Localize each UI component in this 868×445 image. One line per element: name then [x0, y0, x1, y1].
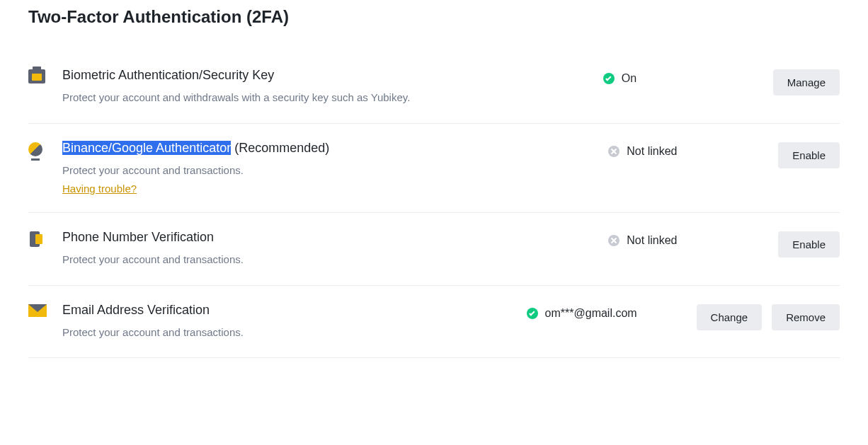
status-off-icon: [608, 146, 619, 157]
row-title-highlight: Binance/Google Authenticator: [62, 141, 231, 155]
row-phone: Phone Number Verification Protect your a…: [28, 213, 840, 286]
row-biometric: Biometric Authentication/Security Key Pr…: [28, 51, 840, 124]
row-title: Biometric Authentication/Security Key: [62, 68, 603, 83]
row-desc: Protect your account and transactions.: [62, 325, 527, 341]
row-status: Not linked: [608, 230, 764, 247]
status-text: Not linked: [627, 145, 677, 158]
row-main: Email Address Verification Protect your …: [62, 303, 527, 341]
status-text: On: [622, 72, 636, 85]
row-main: Biometric Authentication/Security Key Pr…: [62, 68, 603, 106]
row-status: Not linked: [608, 141, 764, 158]
row-status: om***@gmail.com: [527, 303, 683, 320]
row-desc: Protect your account and withdrawals wit…: [62, 90, 603, 106]
row-email: Email Address Verification Protect your …: [28, 286, 840, 359]
biometric-icon: [28, 68, 62, 83]
status-on-icon: [527, 308, 538, 319]
row-actions: Enable: [764, 141, 840, 168]
row-title: Binance/Google Authenticator (Recommende…: [62, 141, 608, 156]
status-on-icon: [603, 73, 615, 84]
email-icon: [28, 303, 62, 317]
row-actions: Change Remove: [683, 303, 840, 330]
having-trouble-link[interactable]: Having trouble?: [62, 183, 137, 195]
row-title: Phone Number Verification: [62, 230, 608, 245]
row-main: Phone Number Verification Protect your a…: [62, 230, 608, 268]
row-desc: Protect your account and transactions.: [62, 163, 608, 179]
section-title: Two-Factor Authentication (2FA): [28, 7, 840, 27]
security-2fa-section: Two-Factor Authentication (2FA) Biometri…: [0, 0, 868, 386]
row-title-rest: (Recommended): [231, 141, 329, 155]
change-button[interactable]: Change: [697, 304, 763, 330]
row-desc: Protect your account and transactions.: [62, 252, 608, 268]
authenticator-icon: [28, 141, 62, 156]
row-authenticator: Binance/Google Authenticator (Recommende…: [28, 124, 840, 214]
row-actions: Manage: [759, 68, 840, 96]
remove-button[interactable]: Remove: [772, 304, 840, 330]
status-off-icon: [608, 235, 619, 246]
row-actions: Enable: [764, 230, 840, 258]
enable-button[interactable]: Enable: [778, 231, 840, 258]
enable-button[interactable]: Enable: [778, 142, 840, 168]
phone-icon: [28, 230, 62, 247]
row-title: Email Address Verification: [62, 303, 527, 318]
manage-button[interactable]: Manage: [773, 69, 840, 96]
status-text: om***@gmail.com: [545, 307, 637, 320]
row-main: Binance/Google Authenticator (Recommende…: [62, 141, 608, 196]
status-text: Not linked: [627, 234, 677, 247]
row-status: On: [603, 68, 759, 85]
